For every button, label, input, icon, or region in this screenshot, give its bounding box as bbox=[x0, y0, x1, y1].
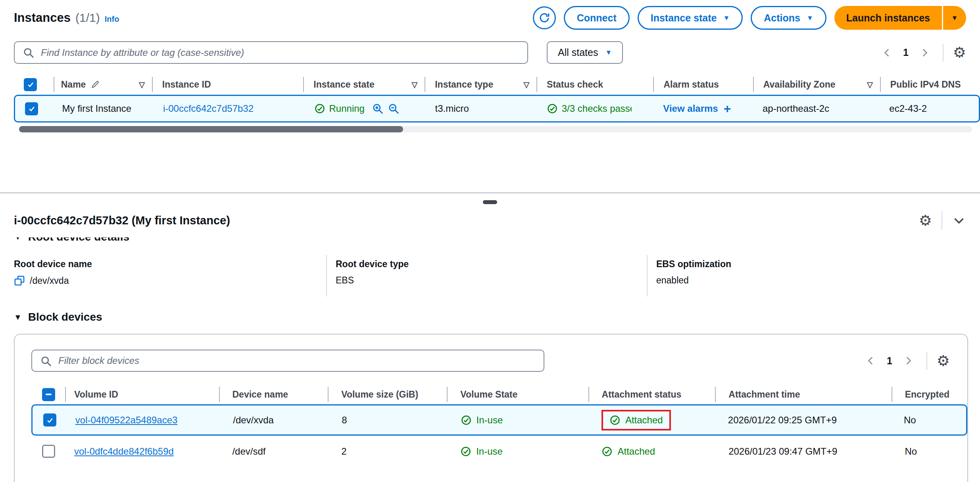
filter-input[interactable] bbox=[31, 350, 544, 372]
instance-state-label: Instance state bbox=[651, 12, 717, 24]
triangle-down-icon[interactable]: ▼ bbox=[14, 237, 22, 242]
column-header-alarm-status[interactable]: Alarm status bbox=[654, 77, 753, 92]
instance-details-panel: i-00ccfc642c7d57b32 (My first Instance) … bbox=[0, 195, 980, 482]
column-header-attachment-status[interactable]: Attachment status bbox=[589, 387, 716, 402]
device-name-cell: /dev/xvda bbox=[220, 415, 329, 426]
availability-zone-cell: ap-northeast-2c bbox=[753, 103, 880, 114]
volume-id-link[interactable]: vol-04f09522a5489ace3 bbox=[75, 415, 178, 426]
column-header-public-ip[interactable]: Public IPv4 DNS bbox=[881, 77, 980, 92]
filter-icon[interactable]: ▽ bbox=[523, 80, 529, 89]
all-states-dropdown[interactable]: All states ▼ bbox=[547, 41, 623, 64]
instance-search bbox=[14, 41, 528, 64]
prev-page-button[interactable] bbox=[862, 352, 880, 369]
column-header-status-check[interactable]: Status check bbox=[537, 77, 654, 92]
view-alarms-link[interactable]: View alarms bbox=[663, 103, 718, 114]
column-header-name[interactable]: Name ▽ bbox=[54, 77, 153, 92]
zoom-out-icon[interactable] bbox=[388, 103, 400, 115]
check-circle-icon bbox=[601, 446, 613, 457]
next-page-button[interactable] bbox=[899, 352, 917, 369]
copy-icon[interactable] bbox=[14, 275, 25, 286]
row-checkbox[interactable] bbox=[25, 102, 38, 115]
search-input[interactable] bbox=[14, 41, 528, 64]
filter-icon[interactable]: ▽ bbox=[139, 80, 145, 89]
filter-icon[interactable]: ▽ bbox=[867, 80, 873, 89]
root-device-type-value: EBS bbox=[336, 275, 354, 286]
current-page[interactable]: 1 bbox=[883, 355, 896, 367]
root-device-details-section: ▼ Root device details bbox=[14, 237, 980, 246]
column-header-instance-state[interactable]: Instance state ▽ bbox=[304, 77, 425, 92]
column-header-volume-state[interactable]: Volume State bbox=[448, 387, 589, 402]
page-title: Instances (1/1) Info bbox=[14, 11, 119, 25]
block-devices-filter bbox=[31, 350, 544, 372]
table-row[interactable]: My first Instance i-00ccfc642c7d57b32 Ru… bbox=[14, 95, 980, 122]
refresh-button[interactable] bbox=[533, 6, 556, 29]
pagination: 1 bbox=[878, 44, 933, 61]
root-device-fields: Root device name /dev/xvda Root device t… bbox=[0, 255, 980, 296]
table-row[interactable]: vol-04f09522a5489ace3 /dev/xvda 8 In-use bbox=[31, 404, 967, 436]
column-header-volume-size[interactable]: Volume size (GiB) bbox=[329, 387, 448, 402]
instance-count: (1/1) bbox=[75, 11, 100, 25]
instances-toolbar: All states ▼ 1 ⚙ bbox=[14, 41, 966, 64]
pencil-icon bbox=[90, 80, 100, 89]
current-page[interactable]: 1 bbox=[899, 47, 913, 58]
triangle-down-icon: ▼ bbox=[14, 313, 22, 322]
field-root-device-type: Root device type EBS bbox=[326, 255, 647, 296]
block-devices-section-toggle[interactable]: ▼ Block devices bbox=[14, 311, 980, 323]
volume-size-cell: 8 bbox=[329, 415, 448, 426]
column-header-volume-id[interactable]: Volume ID bbox=[66, 387, 219, 402]
plus-icon[interactable]: + bbox=[724, 102, 731, 115]
chevron-down-icon: ▼ bbox=[605, 49, 612, 56]
instance-state-dropdown[interactable]: Instance state ▼ bbox=[638, 6, 743, 30]
gear-icon[interactable]: ⚙ bbox=[919, 213, 932, 228]
search-icon bbox=[40, 355, 52, 367]
horizontal-scrollbar[interactable] bbox=[19, 126, 972, 132]
connect-button[interactable]: Connect bbox=[564, 6, 630, 30]
refresh-icon bbox=[538, 12, 550, 24]
volume-id-link[interactable]: vol-0dfc4dde842f6b59d bbox=[74, 446, 174, 457]
column-header-device-name[interactable]: Device name bbox=[220, 387, 329, 402]
launch-instances-button[interactable]: Launch instances bbox=[834, 6, 942, 30]
filter-icon[interactable]: ▽ bbox=[412, 80, 418, 89]
info-link[interactable]: Info bbox=[105, 15, 119, 24]
row-select-cell bbox=[31, 445, 66, 458]
row-select-cell bbox=[15, 102, 55, 115]
chevron-down-icon: ▼ bbox=[807, 15, 813, 21]
column-header-instance-type[interactable]: Instance type ▽ bbox=[425, 77, 537, 92]
column-header-encrypted[interactable]: Encrypted bbox=[892, 387, 967, 402]
launch-instances-menu-button[interactable]: ▼ bbox=[943, 6, 966, 30]
actions-dropdown[interactable]: Actions ▼ bbox=[751, 6, 826, 30]
volume-state-cell: In-use bbox=[448, 446, 589, 457]
row-checkbox[interactable] bbox=[42, 445, 55, 458]
table-row[interactable]: vol-0dfc4dde842f6b59d /dev/sdf 2 In-use … bbox=[31, 436, 967, 467]
actions-label: Actions bbox=[764, 12, 800, 24]
gear-icon[interactable]: ⚙ bbox=[937, 354, 950, 368]
header-actions: Connect Instance state ▼ Actions ▼ Launc… bbox=[533, 6, 966, 30]
gear-icon[interactable]: ⚙ bbox=[953, 45, 966, 60]
instance-id-link[interactable]: i-00ccfc642c7d57b32 bbox=[163, 103, 254, 114]
select-all-checkbox[interactable] bbox=[42, 388, 55, 401]
device-name-cell: /dev/sdf bbox=[219, 446, 329, 457]
prev-page-button[interactable] bbox=[878, 44, 896, 61]
ec2-instances-page: Instances (1/1) Info Connect Instance st… bbox=[0, 0, 980, 482]
field-root-device-name: Root device name /dev/xvda bbox=[0, 255, 326, 296]
select-all-checkbox[interactable] bbox=[24, 78, 37, 91]
panel-drag-handle[interactable] bbox=[483, 200, 497, 204]
next-page-button[interactable] bbox=[916, 44, 933, 61]
column-header-availability-zone[interactable]: Availability Zone ▽ bbox=[754, 77, 881, 92]
page-title-text: Instances bbox=[14, 11, 71, 25]
row-checkbox[interactable] bbox=[43, 413, 56, 427]
root-device-details-heading[interactable]: Root device details bbox=[28, 237, 129, 243]
check-circle-icon bbox=[609, 415, 621, 426]
column-header-attachment-time[interactable]: Attachment time bbox=[716, 387, 892, 402]
volume-state-cell: In-use bbox=[448, 415, 589, 426]
instance-id-cell: i-00ccfc642c7d57b32 bbox=[154, 103, 305, 114]
column-header-instance-id[interactable]: Instance ID bbox=[153, 77, 304, 92]
zoom-in-icon[interactable] bbox=[372, 103, 384, 115]
field-ebs-optimization: EBS optimization enabled bbox=[647, 255, 964, 296]
launch-instances-split-button: Launch instances ▼ bbox=[834, 6, 966, 30]
block-devices-table-header: Volume ID Device name Volume size (GiB) … bbox=[31, 384, 967, 404]
public-ip-cell: ec2-43-2 bbox=[880, 103, 979, 114]
scrollbar-thumb[interactable] bbox=[19, 126, 403, 132]
collapse-panel-button[interactable] bbox=[952, 213, 966, 228]
instances-header: Instances (1/1) Info Connect Instance st… bbox=[0, 0, 980, 30]
